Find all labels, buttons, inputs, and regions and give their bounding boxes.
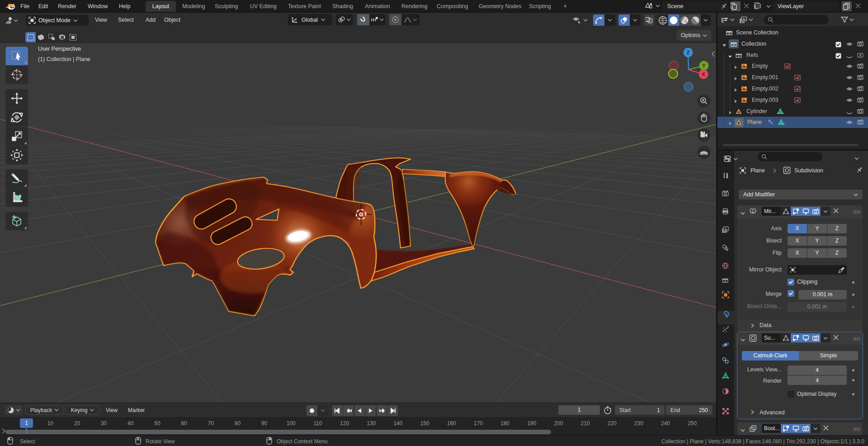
svg-text:(1) Collection | Plane: (1) Collection | Plane [38, 56, 90, 62]
svg-text:Y: Y [702, 63, 706, 68]
svg-text:X: X [702, 71, 705, 77]
svg-text:Z: Z [687, 50, 690, 55]
svg-text:User Perspective: User Perspective [38, 46, 81, 52]
